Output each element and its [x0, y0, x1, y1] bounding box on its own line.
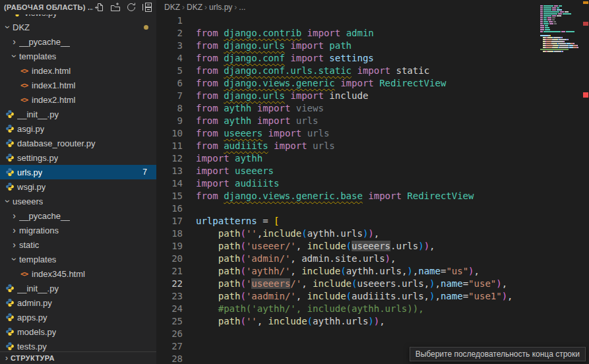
code-line[interactable]: 22 path('useeers/', include(useeers.urls…: [156, 278, 540, 290]
code-line[interactable]: 14import audiiits: [156, 177, 540, 190]
code-token: ): [502, 291, 507, 301]
collapse-all-icon[interactable]: [140, 1, 154, 14]
tree-item-asgi-py[interactable]: asgi.py: [0, 121, 156, 136]
tree-item-static[interactable]: ›static: [0, 237, 156, 252]
code-token: [251, 115, 257, 126]
tree-item-wsgi-py[interactable]: wsgi.py: [0, 179, 156, 194]
minimap-token: [546, 43, 551, 44]
code-token: from: [196, 28, 218, 38]
code-token: [218, 78, 224, 88]
code-token: ,: [301, 278, 313, 289]
tree-item-index2-html[interactable]: <>index2.html: [0, 92, 156, 107]
outline-section[interactable]: › СТРУКТУРА: [0, 351, 156, 364]
tree-item-init-py[interactable]: __init__.py: [0, 281, 156, 295]
code-token: [218, 140, 224, 151]
breadcrumb-item[interactable]: DKZ: [187, 3, 202, 12]
code-token: [196, 228, 218, 239]
tree-item-index-html[interactable]: <>index.html: [0, 63, 156, 78]
code-line[interactable]: 11from audiiits import urls: [156, 140, 540, 152]
new-file-icon[interactable]: [93, 1, 106, 14]
code-line[interactable]: 1: [156, 15, 540, 27]
code-token: import: [357, 65, 390, 76]
code-line[interactable]: 16: [156, 202, 540, 215]
tree-item-templates[interactable]: ›templates: [0, 49, 156, 63]
overview-ruler[interactable]: [582, 0, 589, 364]
tree-item-label: index345.html: [32, 269, 85, 279]
tree-item-urls-py[interactable]: urls.py7: [0, 165, 156, 179]
tree-item-index1-html[interactable]: <>index1.html: [0, 78, 156, 92]
refresh-icon[interactable]: [125, 1, 138, 14]
code-token: (: [346, 241, 352, 251]
tree-item-templates[interactable]: ›templates: [0, 252, 156, 266]
tree-item-migrations[interactable]: ›migrations: [0, 223, 156, 237]
tree-item-init-py[interactable]: __init__.py: [0, 107, 156, 121]
code-line[interactable]: 8from aythh import views: [156, 102, 540, 115]
line-text: import audiiits: [183, 177, 279, 190]
breadcrumb-item[interactable]: DKZ: [164, 3, 180, 12]
code-token: include: [307, 241, 346, 251]
code-token: [218, 28, 224, 38]
code-token: ,: [429, 241, 435, 251]
code-line[interactable]: 3from django.urls import path: [156, 40, 540, 52]
code-token: [230, 178, 235, 189]
code-line[interactable]: 5from django.conf.urls.static import sta…: [156, 65, 540, 77]
code-line[interactable]: 20 path('admin/', admin.site.urls),: [156, 253, 540, 265]
code-line[interactable]: 19 path('useeer/', include(useeers.urls)…: [156, 240, 540, 253]
code-token: audiiits.urls,: [352, 291, 429, 301]
tree-item-pycache[interactable]: ›__pycache__: [0, 208, 156, 223]
line-text: [183, 202, 196, 215]
breadcrumb-item[interactable]: ...: [239, 3, 245, 12]
code-line[interactable]: 25 path('', include(aythh.urls)),: [156, 315, 540, 328]
code-token: RedirectView: [407, 191, 474, 201]
code-line[interactable]: 21 path('aythh/', include(aythh.urls,),n…: [156, 265, 540, 278]
code-line[interactable]: 4from django.conf import settings: [156, 52, 540, 65]
code-line[interactable]: 24 #path('aythh/', include(aythh.urls)),: [156, 303, 540, 315]
code-token: useeers: [352, 241, 390, 251]
tree-item-settings-py[interactable]: settings.py: [0, 150, 156, 165]
code-line[interactable]: 18 path('',include(aythh.urls)),: [156, 228, 540, 240]
code-line[interactable]: 6from django.views.generic import Redire…: [156, 77, 540, 90]
code-area[interactable]: 12from django.contrib import admin3from …: [156, 15, 540, 364]
code-line[interactable]: 10from useeers import urls: [156, 127, 540, 140]
new-folder-icon[interactable]: [109, 1, 122, 14]
code-token: include: [268, 316, 307, 326]
eol-tooltip: Выберите последовательность конца строки: [410, 347, 586, 361]
minimap[interactable]: [540, 3, 582, 59]
tree-item-models-py[interactable]: models.py: [0, 324, 156, 339]
breadcrumb-item[interactable]: urls.py: [209, 3, 232, 12]
tree-item-apps-py[interactable]: apps.py: [0, 310, 156, 324]
line-text: #path('aythh/', include(aythh.urls)),: [183, 303, 424, 315]
tree-item-dkz[interactable]: ›DKZ: [0, 20, 156, 34]
tree-item-database-roouter-py[interactable]: database_roouter.py: [0, 136, 156, 150]
code-token: django.views.generic: [224, 78, 335, 88]
tree-item-useeers[interactable]: ›useeers: [0, 194, 156, 208]
line-number: 1: [156, 15, 183, 27]
code-token: [: [274, 216, 279, 226]
code-token: ,: [390, 253, 396, 264]
breadcrumb-separator-icon: ›: [234, 3, 237, 12]
code-line[interactable]: 17urlpatterns = [: [156, 215, 540, 228]
code-line[interactable]: 2from django.contrib import admin: [156, 27, 540, 40]
code-line[interactable]: 9from aythh import urls: [156, 115, 540, 127]
code-token: import: [196, 178, 230, 189]
code-line[interactable]: 15from django.views.generic.base import …: [156, 190, 540, 202]
tree-item-label: __init__.py: [17, 109, 59, 119]
code-line[interactable]: 7from django.urls import include: [156, 90, 540, 102]
code-token: settings: [329, 53, 373, 63]
code-token: [251, 103, 257, 113]
line-text: from django.urls import include: [183, 90, 368, 102]
minimap-line: [540, 45, 582, 46]
tree-item-admin-py[interactable]: admin.py: [0, 295, 156, 310]
chevron-icon: ›: [9, 240, 19, 249]
line-number: 12: [156, 152, 183, 165]
tree-item-pycache[interactable]: ›__pycache__: [0, 34, 156, 49]
code-token: ): [418, 241, 423, 251]
code-line[interactable]: 13import useeers: [156, 165, 540, 177]
code-line[interactable]: 26: [156, 328, 540, 340]
code-token: [374, 78, 379, 88]
code-token: include: [313, 278, 352, 289]
line-number: 4: [156, 52, 183, 65]
tree-item-index345-html[interactable]: <>index345.html: [0, 266, 156, 281]
code-line[interactable]: 23 path('aadmin/', include(audiiits.urls…: [156, 290, 540, 303]
code-line[interactable]: 12import aythh: [156, 152, 540, 165]
